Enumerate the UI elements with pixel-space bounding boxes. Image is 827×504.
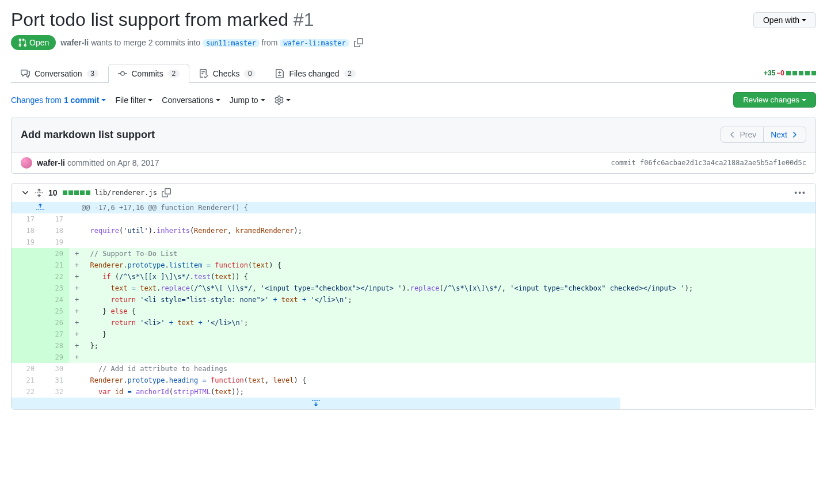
diff-line: 2131 Renderer.prototype.heading = functi… [12,375,815,386]
diff-line: 26+ return '<li>' + text + '</li>\n'; [12,317,815,329]
commit-sha: commit f06fc6acbae2d1c3a4ca2188a2ae5b5af… [611,159,806,167]
changes-from-dropdown[interactable]: Changes from 1 commit [11,96,106,105]
state-label: Open [29,38,49,47]
pr-title-text: Port todo list support from marked [11,9,288,30]
commit-author[interactable]: wafer-li [37,158,65,167]
diff-marker: + [69,294,82,306]
new-line-num[interactable]: 23 [40,282,69,294]
code-content: }; [82,340,815,352]
old-line-num[interactable]: 20 [12,363,40,375]
old-line-num[interactable]: 22 [12,386,40,398]
new-line-num[interactable]: 30 [40,363,69,375]
file-menu-button[interactable]: ••• [794,188,806,197]
old-line-num[interactable] [12,306,40,317]
copy-icon[interactable] [354,38,363,47]
commit-title: Add markdown list support [21,129,155,141]
diff-line: 29+ [12,352,815,363]
head-branch[interactable]: wafer-li:master [280,39,349,47]
old-line-num[interactable] [12,352,40,363]
caret-down-icon [216,99,220,101]
prev-button[interactable]: Prev [721,127,763,142]
code-content: return '<li style="list-style: none">' +… [82,294,815,306]
diff-marker: + [69,317,82,329]
open-with-button[interactable]: Open with [753,12,816,28]
unfold-icon [35,188,44,197]
caret-down-icon [802,99,806,101]
old-line-num[interactable]: 21 [12,375,40,386]
new-line-num[interactable]: 17 [40,213,69,225]
review-changes-button[interactable]: Review changes [733,92,816,108]
chevron-down-icon [21,188,30,197]
pr-author[interactable]: wafer-li [60,38,89,47]
old-line-num[interactable] [12,294,40,306]
new-line-num[interactable]: 19 [40,236,69,248]
old-line-num[interactable] [12,329,40,340]
tab-commits[interactable]: Commits2 [108,64,189,83]
file-path[interactable]: lib/renderer.js [95,189,157,197]
tab-checks[interactable]: Checks0 [189,64,266,83]
new-line-num[interactable]: 18 [40,225,69,236]
avatar[interactable] [21,157,32,169]
new-line-num[interactable]: 24 [40,294,69,306]
diff-marker [69,375,82,386]
new-line-num[interactable]: 31 [40,375,69,386]
old-line-num[interactable]: 19 [12,236,40,248]
new-line-num[interactable]: 32 [40,386,69,398]
deletions: −0 [776,69,784,77]
diff-line: 22+ if (/^\s*\[[x ]\]\s*/.test(text)) { [12,271,815,282]
gear-icon [275,96,284,105]
jump-to-dropdown[interactable]: Jump to [230,96,265,105]
old-line-num[interactable] [12,259,40,271]
diff-line: 20+ // Support To-Do List [12,248,815,259]
new-line-num[interactable]: 22 [40,271,69,282]
old-line-num[interactable]: 17 [12,213,40,225]
conversations-dropdown[interactable]: Conversations [162,96,220,105]
new-line-num[interactable]: 27 [40,329,69,340]
code-content: return '<li>' + text + '</li>\n'; [82,317,815,329]
code-content: var id = anchorId(stripHTML(text)); [82,386,815,398]
diffstat: +35 −0 [764,69,816,77]
caret-down-icon [286,99,291,101]
diffstat-squares [62,190,90,195]
copy-path-button[interactable] [162,188,171,197]
next-button[interactable]: Next [763,127,806,142]
commit-card: Add markdown list support Prev Next wafe… [11,117,816,174]
expand-up-button[interactable] [36,202,45,213]
expand-down-row [12,398,815,409]
new-line-num[interactable]: 21 [40,259,69,271]
counter: 0 [244,70,256,78]
old-line-num[interactable] [12,282,40,294]
fold-up-icon [36,203,45,212]
old-line-num[interactable] [12,271,40,282]
tab-label: Checks [213,69,240,78]
tab-files-changed[interactable]: Files changed2 [265,64,365,83]
new-line-num[interactable]: 25 [40,306,69,317]
tab-conversation[interactable]: Conversation3 [11,64,108,83]
new-line-num[interactable]: 29 [40,352,69,363]
old-line-num[interactable] [12,317,40,329]
tab-label: Files changed [289,69,339,78]
file-filter-dropdown[interactable]: File filter [115,96,153,105]
new-line-num[interactable]: 26 [40,317,69,329]
diff-marker [69,363,82,375]
chevron-left-icon [728,130,737,139]
merge-description: wafer-li wants to merge 2 commits into s… [60,38,349,47]
caret-down-icon [101,99,106,101]
code-content: // Support To-Do List [82,248,815,259]
expand-down-button[interactable] [311,398,321,409]
checklist-icon [199,69,208,78]
collapse-file-button[interactable] [21,188,30,197]
old-line-num[interactable] [12,248,40,259]
code-content: } else { [82,306,815,317]
old-line-num[interactable]: 18 [12,225,40,236]
old-line-num[interactable] [12,340,40,352]
base-branch[interactable]: sun11:master [203,39,260,47]
diff-settings-button[interactable] [275,96,291,105]
new-line-num[interactable]: 20 [40,248,69,259]
tab-label: Conversation [35,69,82,78]
additions: +35 [764,69,775,77]
new-line-num[interactable]: 28 [40,340,69,352]
expand-all-button[interactable] [35,188,44,197]
caret-down-icon [802,19,806,21]
diff-marker: + [69,271,82,282]
